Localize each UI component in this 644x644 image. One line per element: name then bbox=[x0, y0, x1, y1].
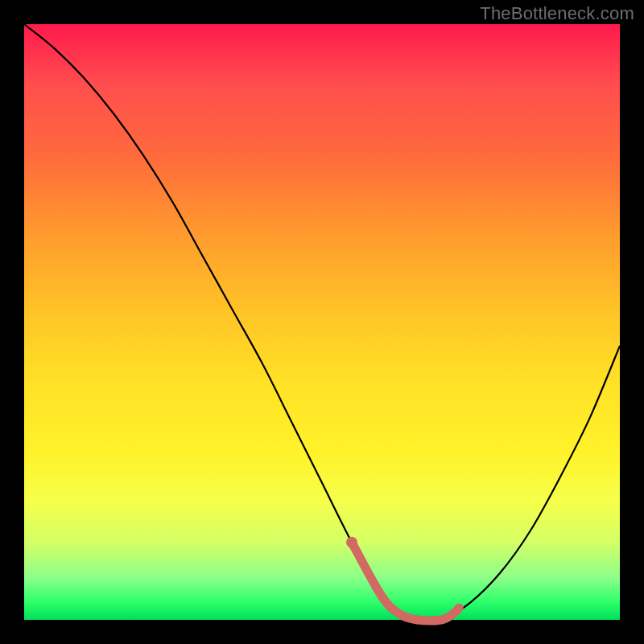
curve-svg bbox=[24, 24, 620, 620]
highlight-segment-path bbox=[352, 543, 459, 621]
chart-frame: TheBottleneck.com bbox=[0, 0, 644, 644]
plot-area bbox=[24, 24, 620, 620]
bottleneck-curve-path bbox=[24, 24, 620, 621]
watermark-text: TheBottleneck.com bbox=[480, 3, 634, 24]
highlight-dot bbox=[346, 537, 357, 548]
